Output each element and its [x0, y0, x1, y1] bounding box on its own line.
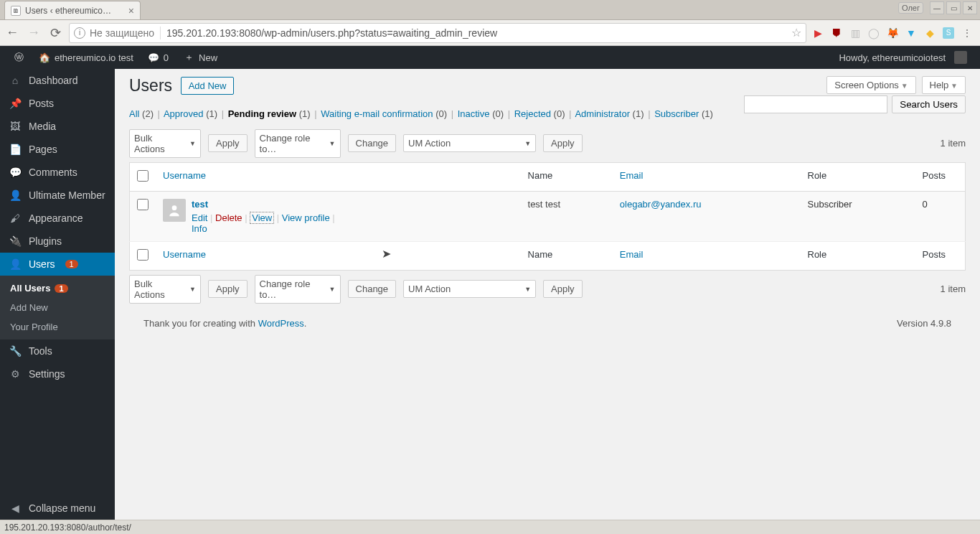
- um-action-select[interactable]: UM Action: [403, 134, 536, 152]
- apply-um-button[interactable]: Apply: [543, 134, 583, 152]
- dashboard-icon: ⌂: [9, 75, 22, 86]
- submenu-add-new[interactable]: Add New: [0, 298, 115, 317]
- filter-inactive[interactable]: Inactive: [458, 108, 490, 119]
- maximize-icon[interactable]: ▭: [946, 1, 961, 14]
- tab-title: Users ‹ ethereumico…: [25, 6, 111, 16]
- col-username[interactable]: Username: [156, 162, 521, 191]
- ext-icon[interactable]: S: [943, 27, 954, 39]
- forward-icon[interactable]: →: [26, 25, 42, 41]
- info-link[interactable]: Info: [192, 223, 207, 234]
- submenu-your-profile[interactable]: Your Profile: [0, 317, 115, 337]
- help-toggle[interactable]: Help: [922, 76, 966, 94]
- collapse-menu[interactable]: ◀Collapse menu: [0, 497, 115, 520]
- users-icon: 👤: [9, 258, 22, 270]
- apply-um-button-bottom[interactable]: Apply: [543, 280, 583, 298]
- row-checkbox[interactable]: [137, 199, 149, 210]
- comments-link[interactable]: 💬0: [141, 46, 176, 69]
- select-all-bottom[interactable]: [137, 249, 149, 261]
- security-status: Не защищено: [90, 27, 154, 39]
- items-count: 1 item: [941, 138, 966, 149]
- filter-rejected[interactable]: Rejected: [514, 108, 551, 119]
- username-link[interactable]: test: [192, 199, 208, 210]
- page-icon: 📄: [9, 144, 22, 155]
- ext-icon[interactable]: ▼: [905, 27, 917, 39]
- sidebar-item-posts[interactable]: 📌Posts: [0, 92, 115, 115]
- bulk-actions-select[interactable]: Bulk Actions: [129, 129, 201, 158]
- ext-icon[interactable]: ◯: [868, 27, 880, 39]
- sidebar-item-users[interactable]: 👤Users1: [0, 253, 115, 276]
- new-label: New: [199, 52, 217, 63]
- reload-icon[interactable]: ⟳: [47, 25, 63, 41]
- col-posts: Posts: [915, 162, 966, 191]
- filter-waiting[interactable]: Waiting e-mail confirmation: [321, 108, 433, 119]
- close-tab-icon[interactable]: ×: [128, 5, 134, 17]
- view-link[interactable]: View: [250, 212, 274, 224]
- info-icon[interactable]: i: [74, 27, 85, 39]
- ext-icon[interactable]: ▶: [812, 27, 824, 39]
- bookmark-star-icon[interactable]: ☆: [791, 26, 801, 39]
- ext-icon[interactable]: 🦊: [887, 27, 898, 39]
- email-link[interactable]: olegabr@yandex.ru: [620, 199, 702, 210]
- filter-subscriber[interactable]: Subscriber: [654, 108, 699, 119]
- sidebar-item-comments[interactable]: 💬Comments: [0, 161, 115, 184]
- avatar: [954, 51, 967, 64]
- add-new-button[interactable]: Add New: [181, 77, 235, 95]
- bulk-actions-select-bottom[interactable]: Bulk Actions: [129, 275, 201, 304]
- search-users-input[interactable]: [744, 95, 887, 113]
- browser-tab[interactable]: 🗎 Users ‹ ethereumico… ×: [4, 1, 141, 19]
- wp-logo[interactable]: ⓦ: [6, 46, 32, 69]
- sidebar-item-tools[interactable]: 🔧Tools: [0, 339, 115, 362]
- ext-icon[interactable]: ⛊: [831, 27, 842, 39]
- sidebar-item-settings[interactable]: ⚙Settings: [0, 362, 115, 385]
- ext-icon[interactable]: ◆: [924, 27, 936, 39]
- col-email[interactable]: Email: [613, 162, 801, 191]
- col-role-foot: Role: [801, 241, 915, 270]
- change-role-select[interactable]: Change role to…: [255, 129, 341, 158]
- howdy-text: Howdy, ethereumicoiotest: [839, 52, 946, 63]
- my-account[interactable]: Howdy, ethereumicoiotest: [831, 46, 974, 69]
- users-badge: 1: [65, 260, 78, 268]
- apply-bulk-button-bottom[interactable]: Apply: [208, 280, 248, 298]
- plus-icon: ＋: [183, 51, 194, 64]
- sidebar-item-pages[interactable]: 📄Pages: [0, 138, 115, 161]
- back-icon[interactable]: ←: [4, 25, 20, 41]
- view-profile-link[interactable]: View profile: [282, 212, 330, 223]
- col-posts-foot: Posts: [915, 241, 966, 270]
- site-name: ethereumico.io test: [55, 52, 133, 63]
- chevron-left-icon: ◀: [9, 502, 22, 514]
- address-bar[interactable]: i Не защищено 195.201.20.193:8080/wp-adm…: [69, 23, 806, 43]
- filter-administrator[interactable]: Administrator: [575, 108, 630, 119]
- minimize-icon[interactable]: —: [930, 1, 944, 14]
- wordpress-link[interactable]: WordPress: [258, 318, 304, 329]
- apply-bulk-button[interactable]: Apply: [208, 134, 248, 152]
- search-users-button[interactable]: Search Users: [892, 95, 966, 113]
- browser-menu-icon[interactable]: ⋮: [961, 27, 973, 39]
- sidebar-item-ultimate-member[interactable]: 👤Ultimate Member: [0, 184, 115, 207]
- page-title: Users: [129, 76, 172, 95]
- ext-icon[interactable]: ▥: [849, 27, 861, 39]
- os-user-label: Олег: [898, 2, 923, 14]
- sidebar-item-media[interactable]: 🖼Media: [0, 115, 115, 138]
- change-role-select-bottom[interactable]: Change role to…: [255, 275, 341, 304]
- um-action-select-bottom[interactable]: UM Action: [403, 280, 536, 298]
- edit-link[interactable]: Edit: [192, 212, 207, 223]
- users-submenu: All Users1 Add New Your Profile: [0, 276, 115, 339]
- site-link[interactable]: 🏠ethereumico.io test: [32, 46, 141, 69]
- close-window-icon[interactable]: ✕: [963, 1, 977, 14]
- select-all-top[interactable]: [137, 170, 149, 182]
- sidebar-item-appearance[interactable]: 🖌Appearance: [0, 207, 115, 230]
- sidebar-item-dashboard[interactable]: ⌂Dashboard: [0, 69, 115, 92]
- screen-options-toggle[interactable]: Screen Options: [826, 76, 915, 94]
- comments-count: 0: [164, 52, 169, 63]
- delete-link[interactable]: Delete: [215, 212, 242, 223]
- sidebar-item-plugins[interactable]: 🔌Plugins: [0, 230, 115, 253]
- col-email-foot[interactable]: Email: [613, 241, 801, 270]
- col-username-foot[interactable]: Username: [156, 241, 521, 270]
- filter-all[interactable]: All: [129, 108, 139, 119]
- change-role-button-bottom[interactable]: Change: [348, 280, 397, 298]
- all-users-badge: 1: [55, 284, 67, 293]
- new-content[interactable]: ＋New: [176, 46, 225, 69]
- submenu-all-users[interactable]: All Users1: [0, 278, 115, 298]
- filter-approved[interactable]: Approved: [164, 108, 204, 119]
- change-role-button[interactable]: Change: [348, 134, 397, 152]
